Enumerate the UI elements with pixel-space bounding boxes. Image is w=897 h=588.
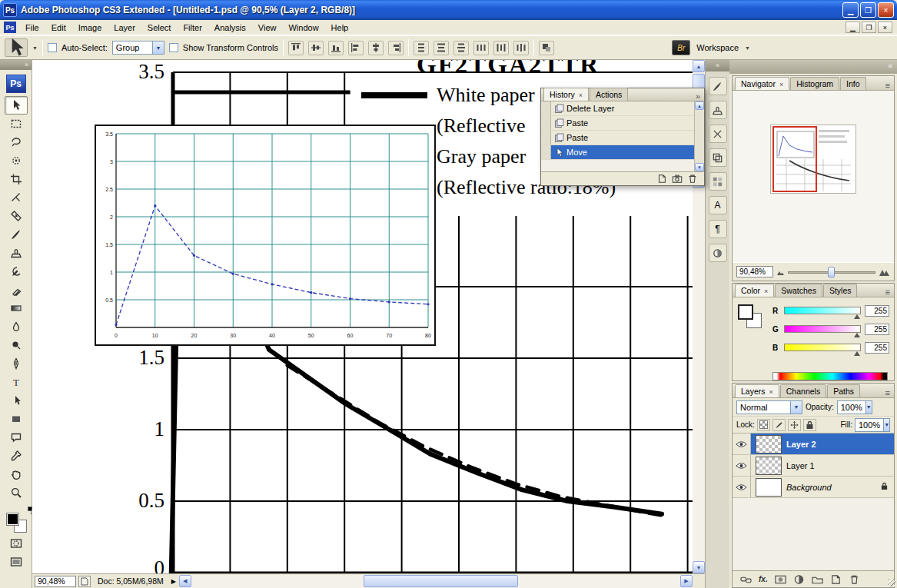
close-button[interactable]: × (878, 2, 894, 18)
workspace-label[interactable]: Workspace (696, 43, 739, 52)
new-layer-icon[interactable] (830, 574, 842, 585)
tool-preset-dropdown-icon[interactable]: ▼ (32, 45, 38, 51)
panel-tab[interactable]: History× (543, 88, 589, 101)
show-transform-checkbox[interactable] (169, 43, 178, 52)
panel-collapse-icon[interactable]: » (692, 91, 704, 101)
history-source-well[interactable] (541, 145, 551, 159)
type-tool[interactable]: T (5, 373, 28, 391)
panel-menu-icon[interactable]: ≡ (882, 81, 894, 90)
layer-thumbnail[interactable] (756, 435, 782, 453)
tab-close-icon[interactable]: × (769, 388, 773, 396)
pen-tool[interactable] (5, 354, 28, 373)
history-source-well[interactable] (541, 101, 551, 115)
document-restore-button[interactable]: ❐ (862, 22, 876, 33)
channel-slider[interactable] (784, 307, 861, 314)
layer-comps-panel-button[interactable] (709, 148, 727, 167)
layer-style-icon[interactable]: fx. (759, 575, 768, 583)
history-panel[interactable]: History×Actions× » Delete Layer (540, 88, 705, 186)
layer-thumbnail[interactable] (756, 478, 782, 497)
panel-tab[interactable]: Actions× (590, 88, 628, 101)
eraser-tool[interactable] (5, 281, 28, 299)
align-top-button[interactable] (288, 41, 304, 55)
current-tool-well[interactable] (5, 38, 28, 57)
new-group-icon[interactable] (812, 574, 823, 585)
menu-item[interactable]: Image (72, 21, 108, 35)
align-vertical-center-button[interactable] (308, 41, 324, 55)
screen-mode-button[interactable] (5, 553, 28, 571)
rectangle-shape-tool[interactable] (5, 410, 28, 428)
healing-brush-tool[interactable] (5, 207, 28, 225)
path-selection-tool[interactable] (5, 391, 28, 410)
scroll-right-icon[interactable]: ▶ (680, 575, 693, 587)
panel-tab[interactable]: Info× (840, 77, 866, 90)
status-flyout-arrow[interactable]: ▶ (168, 578, 179, 585)
title-bar[interactable]: Ps Adobe Photoshop CS3 Extended - [Untit… (0, 0, 897, 20)
history-brush-tool[interactable] (5, 262, 28, 281)
color-ramp[interactable] (772, 372, 888, 380)
panel-tab[interactable]: Navigator× (735, 77, 789, 90)
slice-tool[interactable] (5, 188, 28, 207)
distribute-horizontal-center-button[interactable] (493, 41, 509, 55)
minimize-button[interactable]: ▁ (842, 2, 859, 18)
layer-row[interactable]: Layer 1 (733, 455, 894, 477)
history-state-row[interactable]: Delete Layer (541, 101, 694, 116)
panel-tab[interactable]: Histogram× (790, 77, 839, 90)
hand-tool[interactable] (5, 465, 28, 483)
status-icon[interactable] (78, 576, 91, 587)
auto-select-combo[interactable]: Group ▼ (112, 41, 164, 55)
align-left-button[interactable] (348, 41, 364, 55)
menu-item[interactable]: File (19, 21, 45, 35)
blur-tool[interactable] (5, 317, 28, 336)
channel-slider-thumb[interactable] (854, 314, 860, 319)
panel-tab[interactable]: Channels× (780, 384, 826, 397)
add-layer-mask-icon[interactable] (775, 574, 786, 585)
tab-close-icon[interactable]: × (779, 81, 783, 88)
maximize-button[interactable]: ❐ (860, 2, 876, 18)
styles-panel-button[interactable] (709, 244, 727, 262)
swatches-panel-button[interactable] (709, 172, 727, 191)
menu-item[interactable]: Help (325, 21, 355, 35)
scroll-left-icon[interactable]: ◀ (179, 575, 191, 587)
menu-item[interactable]: Window (282, 21, 324, 35)
menu-item[interactable]: Filter (177, 21, 208, 35)
fill-field[interactable]: 100% ▼ (855, 418, 890, 432)
scroll-up-icon[interactable]: ▲ (693, 60, 705, 72)
foreground-background-swatches[interactable] (4, 507, 28, 533)
document-close-button[interactable]: × (878, 22, 892, 33)
channel-value-field[interactable]: 255 (865, 305, 889, 317)
distribute-vertical-center-button[interactable] (434, 41, 449, 55)
resize-grip[interactable] (888, 579, 895, 586)
menu-item[interactable]: View (252, 21, 283, 35)
distribute-left-button[interactable] (473, 41, 489, 55)
delete-state-icon[interactable] (687, 174, 698, 184)
notes-tool[interactable] (5, 428, 28, 447)
link-layers-icon[interactable] (740, 574, 752, 585)
crop-tool[interactable] (5, 170, 28, 188)
distribute-top-button[interactable] (414, 41, 429, 55)
panel-menu-icon[interactable]: ≡ (882, 388, 894, 397)
new-document-from-state-icon[interactable] (656, 174, 667, 184)
layer-row[interactable]: Background (733, 477, 894, 498)
channel-value-field[interactable]: 255 (865, 342, 889, 354)
dock-collapse-header[interactable]: « (729, 60, 897, 74)
tab-close-icon[interactable]: × (579, 91, 583, 99)
navigator-view-box[interactable] (772, 126, 817, 192)
bridge-button[interactable]: Br (672, 40, 690, 55)
menu-item[interactable]: Select (141, 21, 178, 35)
history-state-row[interactable]: Paste (541, 131, 694, 145)
scroll-down-icon[interactable]: ▼ (693, 561, 705, 573)
marquee-tool[interactable] (5, 115, 28, 133)
lock-all-button[interactable] (803, 419, 816, 431)
auto-align-layers-button[interactable] (539, 41, 554, 55)
channel-slider[interactable] (784, 344, 861, 351)
brush-tool[interactable] (5, 225, 28, 244)
foreground-color-swatch[interactable] (738, 304, 753, 320)
history-state-row[interactable]: Move (541, 145, 694, 160)
blend-mode-combo[interactable]: Normal ▼ (736, 400, 802, 414)
history-source-well[interactable] (541, 131, 551, 145)
strip-expand-header[interactable]: « (706, 60, 729, 71)
lasso-tool[interactable] (5, 133, 28, 151)
align-horizontal-center-button[interactable] (368, 41, 384, 55)
channel-slider-thumb[interactable] (854, 333, 860, 337)
panel-tab[interactable]: Color× (735, 284, 774, 297)
